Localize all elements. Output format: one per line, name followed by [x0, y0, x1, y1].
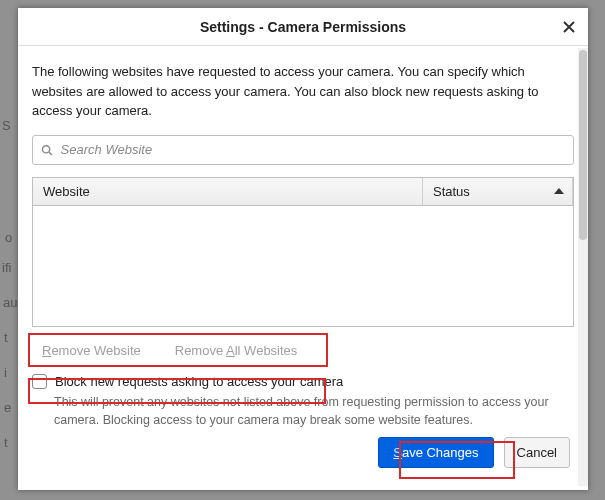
save-changes-button[interactable]: Save Changes — [378, 437, 493, 468]
close-icon — [562, 20, 576, 34]
close-button[interactable] — [556, 14, 582, 40]
block-requests-checkbox[interactable] — [32, 374, 47, 389]
search-input[interactable] — [59, 141, 565, 158]
search-icon — [41, 144, 53, 156]
bg-text: e — [4, 400, 11, 415]
label-text: ave Changes — [402, 445, 479, 460]
bg-text: S — [2, 118, 11, 133]
column-status[interactable]: Status — [423, 178, 573, 205]
label-text: emove Website — [51, 343, 140, 358]
search-field[interactable] — [32, 135, 574, 165]
remove-buttons-row: Remove Website Remove All Websites — [32, 337, 574, 364]
dialog-footer: Save Changes Cancel — [32, 437, 574, 468]
sort-asc-icon — [554, 188, 564, 194]
column-label: Website — [43, 184, 90, 199]
table-body — [33, 206, 573, 326]
table-header: Website Status — [33, 178, 573, 206]
bg-text: t — [4, 435, 8, 450]
label-text: ll Websites — [235, 343, 298, 358]
bg-text: i — [4, 365, 7, 380]
description-text: The following websites have requested to… — [32, 62, 574, 121]
mnemonic: S — [393, 445, 402, 460]
bg-text: ifi — [2, 260, 11, 275]
svg-point-0 — [42, 145, 49, 152]
remove-all-websites-button[interactable]: Remove All Websites — [165, 337, 308, 364]
modal-body: The following websites have requested to… — [18, 46, 588, 490]
block-requests-row[interactable]: Block new requests asking to access your… — [32, 374, 574, 389]
mnemonic: R — [42, 343, 51, 358]
settings-modal: Settings - Camera Permissions The follow… — [18, 8, 588, 490]
bg-text: o — [5, 230, 12, 245]
remove-website-button[interactable]: Remove Website — [32, 337, 151, 364]
label-text: emove — [184, 343, 226, 358]
modal-title: Settings - Camera Permissions — [200, 19, 406, 35]
website-table: Website Status — [32, 177, 574, 327]
column-website[interactable]: Website — [33, 178, 423, 205]
bg-text: t — [4, 330, 8, 345]
label-text: R — [175, 343, 184, 358]
titlebar: Settings - Camera Permissions — [18, 8, 588, 46]
block-requests-label: Block new requests asking to access your… — [55, 374, 343, 389]
column-label: Status — [433, 184, 470, 199]
bg-text: au — [3, 295, 17, 310]
mnemonic: A — [226, 343, 235, 358]
block-requests-hint: This will prevent any websites not liste… — [54, 393, 574, 429]
cancel-button[interactable]: Cancel — [504, 437, 570, 468]
